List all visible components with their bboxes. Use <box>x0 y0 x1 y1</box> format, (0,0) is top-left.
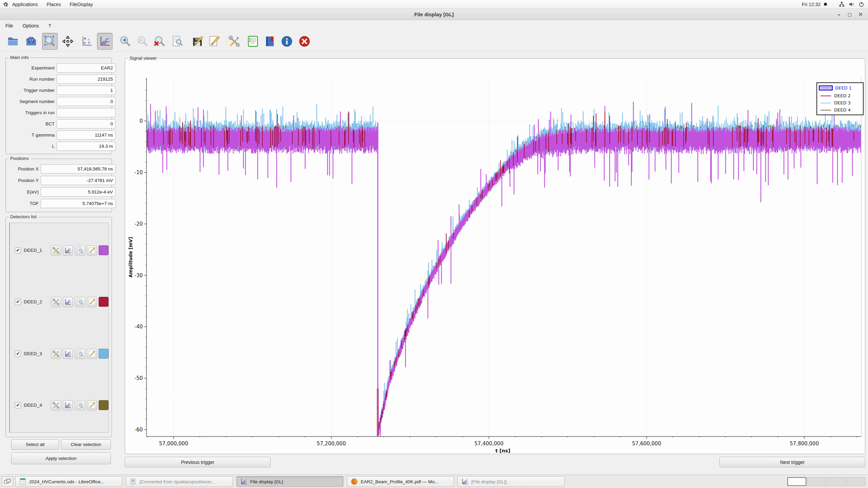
exit-button[interactable] <box>297 33 312 50</box>
legend-label: DEED 4 <box>834 107 851 113</box>
tof-field[interactable]: 5.74075e+7 ns <box>41 199 116 208</box>
position-x-field[interactable]: 57,418,565.78 ns <box>41 164 116 174</box>
applications-menu[interactable]: Applications <box>12 2 38 7</box>
volume-icon[interactable] <box>848 1 855 7</box>
line-plot-button[interactable] <box>97 33 113 50</box>
save-icon <box>192 35 204 47</box>
deed3-zoom-button[interactable] <box>75 349 85 359</box>
power-icon[interactable] <box>858 1 865 7</box>
triggers-in-run-field[interactable] <box>57 108 116 117</box>
deed4-checkbox[interactable]: ✔ <box>15 402 21 408</box>
pan-button[interactable] <box>60 33 76 50</box>
workspace-4[interactable] <box>846 477 865 486</box>
menu-help[interactable]: ? <box>44 20 56 31</box>
places-menu[interactable]: Places <box>47 2 61 7</box>
deed2-zoom-button[interactable] <box>75 297 85 307</box>
clock[interactable]: Fri 12:32 <box>802 2 821 7</box>
legend-entry-deed2[interactable]: DEED 2 <box>819 92 861 99</box>
deed3-edit-button[interactable] <box>87 349 97 359</box>
run-number-field[interactable]: 219125 <box>57 75 116 84</box>
legend-entry-deed3[interactable]: DEED 3 <box>819 99 861 106</box>
deed1-plot-button[interactable] <box>63 245 73 256</box>
task-label: EAR2_Beam_Profile_40K.pdf — Mo... <box>361 479 438 484</box>
deed1-zoom-button[interactable] <box>75 245 85 256</box>
workspace-3[interactable] <box>827 477 846 486</box>
task-file-display[interactable]: File display [GL] <box>236 476 343 487</box>
open-remote-button[interactable] <box>23 33 39 50</box>
deed3-tools-button[interactable] <box>51 349 61 359</box>
open-file-button[interactable] <box>5 33 21 50</box>
window-list-button[interactable] <box>2 476 13 487</box>
workspace-2[interactable] <box>807 477 826 486</box>
network-icon[interactable] <box>839 1 845 7</box>
deed3-checkbox[interactable]: ✔ <box>15 351 21 357</box>
task-hvcurrents[interactable]: 2024_HVCurrents.ods - LibreOffice... <box>15 476 122 487</box>
zoom-selection-button[interactable] <box>42 33 58 50</box>
filedisplay-menu[interactable]: FileDisplay <box>70 2 93 7</box>
select-all-button[interactable]: Select all <box>11 439 59 450</box>
plot-icon <box>461 478 469 485</box>
experiment-field[interactable]: EAR2 <box>57 63 116 73</box>
deed4-zoom-button[interactable] <box>75 400 85 410</box>
deed4-tools-button[interactable] <box>51 400 61 410</box>
list-button[interactable] <box>245 33 261 50</box>
trigger-number-field[interactable]: 1 <box>57 86 116 95</box>
save-button[interactable] <box>190 33 205 50</box>
deed1-checkbox[interactable]: ✔ <box>15 247 21 253</box>
deed2-checkbox[interactable]: ✔ <box>15 299 21 305</box>
deed2-tools-button[interactable] <box>51 297 61 307</box>
position-y-field[interactable]: -27.4781 mV <box>41 176 116 185</box>
plot-icon <box>64 298 72 306</box>
previous-trigger-button[interactable]: Previous trigger <box>125 457 271 467</box>
svg-text:57,400,000: 57,400,000 <box>474 441 504 447</box>
svg-text:Amplitude [mV]: Amplitude [mV] <box>128 237 133 278</box>
maximize-icon[interactable]: ▢ <box>845 9 854 20</box>
deed3-plot-button[interactable] <box>63 349 73 359</box>
e-ev-field[interactable]: 5.912e-4 eV <box>41 187 116 197</box>
t-gamma-field[interactable]: 11147 ns <box>57 130 116 140</box>
task-file-display-2[interactable]: [File display [GL]] <box>457 476 565 487</box>
signal-plot[interactable]: 0-10-20-30-40-50-6057,000,00057,200,0005… <box>125 59 865 454</box>
deed1-edit-button[interactable] <box>87 245 97 256</box>
preview-button[interactable] <box>170 33 185 50</box>
deed2-edit-button[interactable] <box>87 297 97 307</box>
deed1-color-swatch[interactable] <box>99 245 108 255</box>
bct-field[interactable]: 0 <box>57 119 116 128</box>
edit-button[interactable] <box>206 33 222 50</box>
workspace-1[interactable] <box>787 477 806 486</box>
clear-selection-button[interactable]: Clear selection <box>61 439 111 450</box>
deed3-color-swatch[interactable] <box>99 349 108 359</box>
main-info-title: Main info <box>8 55 31 60</box>
menu-options[interactable]: Options <box>18 20 44 31</box>
minimize-icon[interactable]: – <box>834 9 844 20</box>
apply-selection-button[interactable]: Apply selection <box>11 452 111 464</box>
edit-frame-icon <box>88 402 96 409</box>
deed1-tools-button[interactable] <box>51 245 61 256</box>
detectors-scroll-list[interactable]: ✔ DEED_1 ✔ DEED_2 ✔ DEED_3 <box>9 223 109 433</box>
legend-entry-deed4[interactable]: DEED 4 <box>819 106 861 114</box>
l-field[interactable]: 19.3 m <box>57 142 116 151</box>
deed2-plot-button[interactable] <box>63 297 73 307</box>
info-button[interactable] <box>279 33 295 50</box>
exit-icon <box>298 35 311 47</box>
segment-number-field[interactable]: 0 <box>57 97 116 106</box>
next-trigger-button[interactable]: Next trigger <box>719 457 865 467</box>
deed2-color-swatch[interactable] <box>99 297 108 307</box>
close-icon[interactable]: ✕ <box>856 9 865 20</box>
window-titlebar[interactable]: File display [GL] – ▢ ✕ <box>0 9 868 20</box>
menu-file[interactable]: File <box>1 20 18 31</box>
book-button[interactable] <box>262 33 278 50</box>
task-beam-profile-pdf[interactable]: EAR2_Beam_Profile_40K.pdf — Mo... <box>347 476 454 487</box>
legend-entry-deed1[interactable]: DEED 1 <box>819 84 861 92</box>
zoom-previous-button[interactable] <box>117 33 133 50</box>
zoom-cancel-button[interactable] <box>152 33 167 50</box>
zoom-next-button[interactable] <box>135 33 150 50</box>
tools-button[interactable] <box>226 33 242 50</box>
deed4-edit-button[interactable] <box>87 400 97 410</box>
plot-legend[interactable]: DEED 1 DEED 2 DEED 3 DEED 4 <box>816 82 864 115</box>
task-converted-doc[interactable]: [Converted from /qualiacspool/wcer... <box>126 476 233 487</box>
zoom-doc-icon <box>76 298 84 306</box>
deed4-color-swatch[interactable] <box>99 400 108 410</box>
deed4-plot-button[interactable] <box>63 400 73 410</box>
scatter-plot-button[interactable] <box>79 33 95 50</box>
